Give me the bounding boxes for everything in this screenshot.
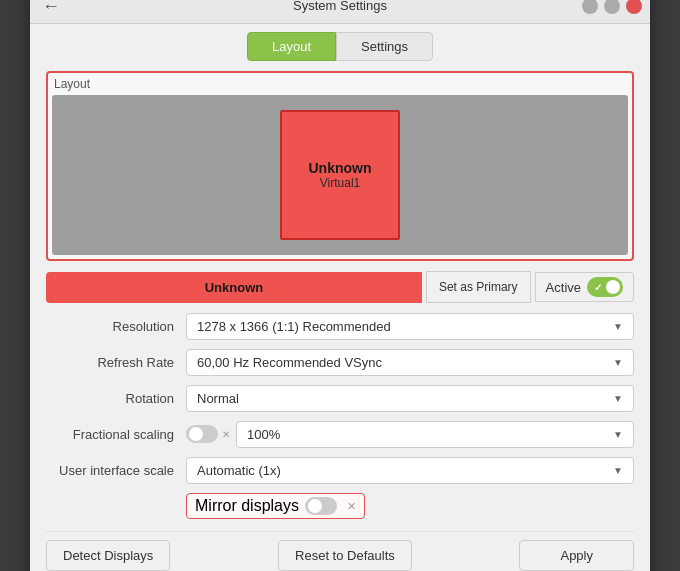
tab-settings[interactable]: Settings	[336, 32, 433, 61]
refresh-rate-value: 60,00 Hz Recommended VSync	[197, 355, 382, 370]
fractional-scaling-arrow-icon: ▼	[613, 429, 623, 440]
resolution-row: Resolution 1278 x 1366 (1:1) Recommended…	[46, 311, 634, 341]
ui-scale-control: Automatic (1x) ▼	[186, 457, 634, 484]
rotation-label: Rotation	[46, 391, 186, 406]
minimize-button[interactable]: –	[582, 0, 598, 14]
resolution-dropdown[interactable]: 1278 x 1366 (1:1) Recommended ▼	[186, 313, 634, 340]
detect-displays-button[interactable]: Detect Displays	[46, 540, 170, 571]
ui-scale-dropdown[interactable]: Automatic (1x) ▼	[186, 457, 634, 484]
ui-scale-row: User interface scale Automatic (1x) ▼	[46, 455, 634, 485]
titlebar: ← System Settings – ⤢ ✕	[30, 0, 650, 24]
rotation-value: Normal	[197, 391, 239, 406]
refresh-rate-dropdown[interactable]: 60,00 Hz Recommended VSync ▼	[186, 349, 634, 376]
resolution-arrow-icon: ▼	[613, 321, 623, 332]
resolution-control: 1278 x 1366 (1:1) Recommended ▼	[186, 313, 634, 340]
rotation-arrow-icon: ▼	[613, 393, 623, 404]
display-block-name: Unknown	[309, 160, 372, 176]
footer-left: Detect Displays	[46, 540, 170, 571]
apply-button[interactable]: Apply	[519, 540, 634, 571]
fractional-scaling-toggle[interactable]	[186, 425, 218, 443]
refresh-rate-control: 60,00 Hz Recommended VSync ▼	[186, 349, 634, 376]
fractional-scaling-row: Fractional scaling ✕ 100% ▼	[46, 419, 634, 449]
fractional-scaling-control: ✕ 100% ▼	[186, 421, 634, 448]
mirror-displays-toggle[interactable]	[305, 497, 337, 515]
toggle-x-icon: ✕	[222, 429, 230, 440]
active-label: Active	[546, 280, 581, 295]
layout-label: Layout	[52, 77, 628, 91]
display-name-tag: Unknown	[46, 272, 422, 303]
back-icon: ←	[42, 0, 60, 16]
close-button[interactable]: ✕	[626, 0, 642, 14]
footer-row: Detect Displays Reset to Defaults Apply	[46, 531, 634, 571]
active-toggle[interactable]: ✓	[587, 277, 623, 297]
set-primary-button[interactable]: Set as Primary	[426, 271, 531, 303]
resolution-value: 1278 x 1366 (1:1) Recommended	[197, 319, 391, 334]
reset-defaults-button[interactable]: Reset to Defaults	[278, 540, 412, 571]
display-info-row: Unknown Set as Primary Active ✓	[46, 271, 634, 303]
tabs-bar: Layout Settings	[30, 24, 650, 61]
fractional-scaling-dropdown[interactable]: 100% ▼	[236, 421, 634, 448]
fractional-scaling-value: 100%	[247, 427, 280, 442]
refresh-rate-row: Refresh Rate 60,00 Hz Recommended VSync …	[46, 347, 634, 377]
active-toggle-wrap: Active ✓	[535, 272, 634, 302]
mirror-displays-control: Mirror displays ✕	[186, 493, 634, 519]
toggle-check-icon: ✓	[594, 282, 602, 293]
layout-canvas[interactable]: Unknown Virtual1	[52, 95, 628, 255]
ui-scale-arrow-icon: ▼	[613, 465, 623, 476]
fractional-scaling-label: Fractional scaling	[46, 427, 186, 442]
mirror-displays-label: Mirror displays	[195, 497, 299, 515]
mirror-displays-row: Mirror displays ✕	[46, 491, 634, 521]
window-controls: – ⤢ ✕	[582, 0, 642, 14]
window-title: System Settings	[293, 0, 387, 13]
display-block[interactable]: Unknown Virtual1	[280, 110, 400, 240]
rotation-control: Normal ▼	[186, 385, 634, 412]
layout-box: Layout Unknown Virtual1	[46, 71, 634, 261]
display-block-sub: Virtual1	[320, 176, 360, 190]
rotation-dropdown[interactable]: Normal ▼	[186, 385, 634, 412]
ui-scale-value: Automatic (1x)	[197, 463, 281, 478]
system-settings-window: ← System Settings – ⤢ ✕ Layout Settings …	[30, 0, 650, 571]
resolution-label: Resolution	[46, 319, 186, 334]
mirror-displays-box: Mirror displays ✕	[186, 493, 365, 519]
restore-button[interactable]: ⤢	[604, 0, 620, 14]
content-area: Layout Unknown Virtual1 Unknown Set as P…	[30, 61, 650, 571]
tab-layout[interactable]: Layout	[247, 32, 336, 61]
ui-scale-label: User interface scale	[46, 463, 186, 478]
refresh-rate-arrow-icon: ▼	[613, 357, 623, 368]
back-button[interactable]: ←	[42, 0, 60, 15]
refresh-rate-label: Refresh Rate	[46, 355, 186, 370]
rotation-row: Rotation Normal ▼	[46, 383, 634, 413]
mirror-displays-close-icon[interactable]: ✕	[347, 500, 356, 513]
